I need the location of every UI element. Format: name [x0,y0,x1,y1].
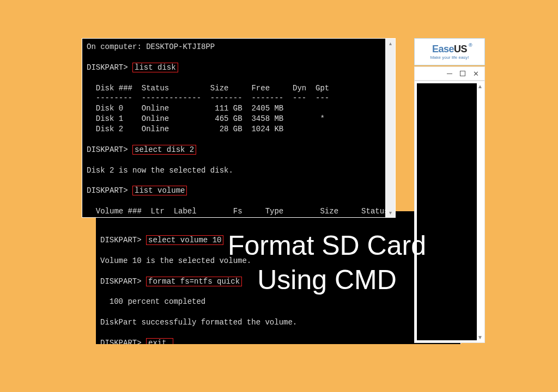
maximize-button[interactable] [460,71,465,76]
table-row: Disk 0 Online 111 GB 2405 MB [87,104,283,113]
logo-tagline: Make your life easy! [430,55,469,60]
output-line: On computer: DESKTOP-KTJI8PP [87,42,215,51]
cmd-window-upper[interactable]: On computer: DESKTOP-KTJI8PP DISKPART> l… [82,38,396,218]
title-overlay: Format SD Card Using CMD [142,229,512,297]
window-titlebar-controls: ✕ [414,66,485,81]
table-header: Info [87,217,128,218]
logo-suffix: US [454,44,467,54]
diskpart-prompt: DISKPART> [87,145,128,154]
command-highlight: list disk [132,63,178,72]
scroll-up-icon[interactable]: ▴ [389,40,392,46]
table-header: Volume ### Ltr Label Fs Type Size Status [87,207,389,216]
scroll-down-icon[interactable]: ▾ [389,210,392,216]
scroll-up-icon[interactable]: ▲ [477,83,483,89]
table-row: Disk 1 Online 465 GB 3458 MB * [87,114,325,123]
background-window: ▲ ▼ [414,81,485,343]
logo-brand: EaseUS® [432,44,467,54]
command-highlight: list volume [132,186,187,195]
diskpart-prompt: DISKPART> [100,277,142,286]
output-line: 100 percent completed [100,297,205,306]
diskpart-prompt: DISKPART> [87,186,128,195]
title-line-1: Format SD Card [142,229,512,263]
output-line: DiskPart successfully formatted the volu… [100,318,297,327]
title-line-2: Using CMD [142,263,512,297]
easeus-logo: EaseUS® Make your life easy! [414,38,485,65]
background-console [417,83,477,340]
logo-reg: ® [469,43,472,48]
terminal-output-upper: On computer: DESKTOP-KTJI8PP DISKPART> l… [87,42,391,218]
command-highlight: select disk 2 [132,145,196,155]
scroll-down-icon[interactable]: ▼ [477,334,483,340]
table-row: Disk 2 Online 28 GB 1024 KB [87,125,283,133]
diskpart-prompt: DISKPART> [100,339,142,344]
diskpart-prompt: DISKPART> [87,63,128,72]
minimize-button[interactable] [447,74,452,74]
close-button[interactable]: ✕ [473,70,479,78]
table-separator: -------- ------------- ------- ------- -… [87,94,329,102]
command-highlight: exit_ [146,338,173,344]
logo-prefix: Ease [432,44,454,54]
scrollbar[interactable]: ▴ ▾ [385,39,395,217]
table-header: Disk ### Status Size Free Dyn Gpt [87,84,329,93]
output-line: Disk 2 is now the selected disk. [87,166,233,175]
diskpart-prompt: DISKPART> [100,236,142,244]
